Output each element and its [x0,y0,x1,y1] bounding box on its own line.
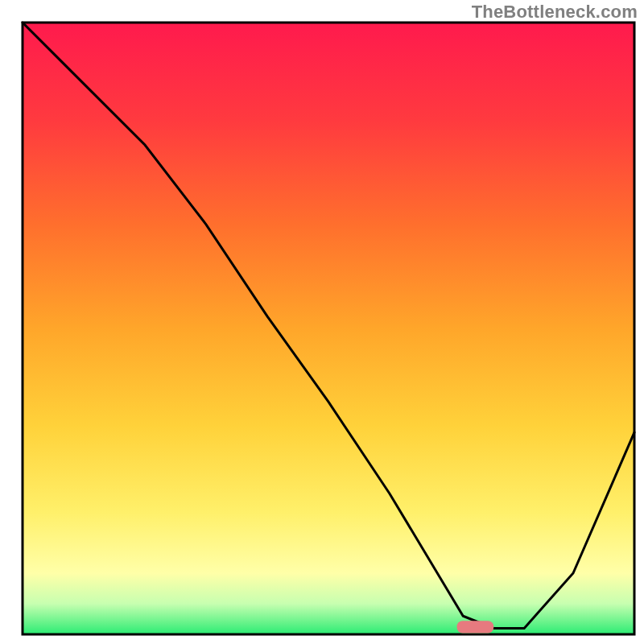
chart-frame: TheBottleneck.com [0,0,644,644]
attribution-watermark: TheBottleneck.com [472,2,638,23]
bottleneck-chart [0,0,644,644]
target-marker [457,621,494,633]
